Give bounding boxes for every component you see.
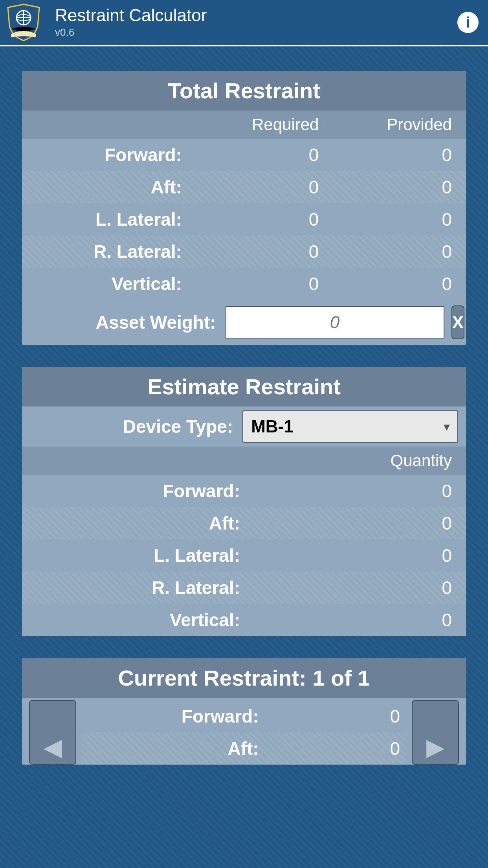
app-header: Restraint Calculator v0.6 i bbox=[0, 0, 488, 46]
total-column-headers: Required Provided bbox=[22, 110, 466, 139]
row-label: Vertical: bbox=[36, 609, 244, 631]
clear-icon: X bbox=[452, 313, 464, 332]
estimate-row-forward: Forward: 0 bbox=[22, 475, 466, 507]
row-label: L. Lateral: bbox=[36, 209, 186, 230]
estimate-row-vertical: Vertical: 0 bbox=[22, 604, 466, 636]
row-required: 0 bbox=[186, 273, 319, 294]
chevron-right-icon: ▶ bbox=[426, 733, 444, 761]
row-provided: 0 bbox=[319, 241, 452, 262]
row-provided: 0 bbox=[319, 273, 452, 294]
current-body: ◀ Forward: 0 Aft: 0 ▶ bbox=[22, 698, 466, 765]
row-label: Aft: bbox=[36, 177, 186, 198]
total-row-aft: Aft: 0 0 bbox=[22, 171, 466, 203]
col-header-required: Required bbox=[186, 115, 319, 134]
row-label: R. Lateral: bbox=[36, 241, 186, 262]
row-label: Aft: bbox=[36, 513, 244, 534]
estimate-restraint-title: Estimate Restraint bbox=[22, 367, 466, 406]
row-label: Aft: bbox=[88, 738, 263, 759]
row-required: 0 bbox=[186, 144, 319, 166]
app-title: Restraint Calculator bbox=[55, 7, 457, 24]
row-value: 0 bbox=[263, 706, 400, 727]
estimate-row-llateral: L. Lateral: 0 bbox=[22, 539, 466, 572]
quantity-header: Quantity bbox=[22, 447, 466, 475]
device-type-label: Device Type: bbox=[30, 416, 235, 437]
row-provided: 0 bbox=[319, 177, 452, 198]
estimate-row-aft: Aft: 0 bbox=[22, 507, 466, 539]
info-button[interactable]: i bbox=[457, 12, 479, 33]
current-restraint-title: Current Restraint: 1 of 1 bbox=[22, 658, 466, 698]
org-logo-icon bbox=[4, 3, 43, 42]
asset-weight-row: Asset Weight: X bbox=[22, 300, 466, 345]
row-provided: 0 bbox=[319, 209, 452, 230]
row-value: 0 bbox=[263, 738, 400, 759]
current-row-forward: Forward: 0 bbox=[81, 700, 407, 732]
row-label: Forward: bbox=[36, 480, 244, 502]
total-row-vertical: Vertical: 0 0 bbox=[22, 268, 466, 300]
current-row-aft: Aft: 0 bbox=[81, 732, 407, 765]
estimate-restraint-panel: Estimate Restraint Device Type: MB-1 ▾ Q… bbox=[22, 367, 466, 636]
total-row-llateral: L. Lateral: 0 0 bbox=[22, 203, 466, 235]
device-type-select[interactable]: MB-1 ▾ bbox=[242, 410, 458, 443]
total-row-rlateral: R. Lateral: 0 0 bbox=[22, 235, 466, 268]
row-value: 0 bbox=[244, 545, 452, 566]
total-restraint-panel: Total Restraint Required Provided Forwar… bbox=[22, 71, 466, 345]
info-icon: i bbox=[466, 14, 470, 31]
current-restraint-panel: Current Restraint: 1 of 1 ◀ Forward: 0 A… bbox=[22, 658, 466, 765]
row-value: 0 bbox=[244, 577, 452, 598]
prev-button[interactable]: ◀ bbox=[29, 700, 76, 765]
row-value: 0 bbox=[244, 513, 452, 534]
row-label: Forward: bbox=[88, 706, 263, 727]
device-type-value: MB-1 bbox=[251, 417, 294, 436]
row-value: 0 bbox=[244, 480, 452, 502]
chevron-down-icon: ▾ bbox=[444, 420, 449, 433]
asset-weight-label: Asset Weight: bbox=[30, 312, 218, 333]
header-titles: Restraint Calculator v0.6 bbox=[55, 7, 457, 39]
app-version: v0.6 bbox=[55, 26, 457, 39]
content-area: Total Restraint Required Provided Forwar… bbox=[0, 46, 488, 765]
asset-weight-input[interactable] bbox=[226, 306, 444, 338]
total-restraint-title: Total Restraint bbox=[22, 71, 466, 110]
row-label: R. Lateral: bbox=[36, 577, 244, 598]
device-type-row: Device Type: MB-1 ▾ bbox=[22, 406, 466, 447]
row-required: 0 bbox=[186, 241, 319, 262]
next-button[interactable]: ▶ bbox=[412, 700, 459, 765]
current-rows: Forward: 0 Aft: 0 bbox=[81, 700, 407, 765]
row-provided: 0 bbox=[319, 144, 452, 166]
row-required: 0 bbox=[186, 177, 319, 198]
chevron-left-icon: ◀ bbox=[44, 733, 62, 761]
total-row-forward: Forward: 0 0 bbox=[22, 139, 466, 171]
row-value: 0 bbox=[244, 609, 452, 631]
row-label: L. Lateral: bbox=[36, 545, 244, 566]
row-label: Vertical: bbox=[36, 273, 186, 294]
estimate-row-rlateral: R. Lateral: 0 bbox=[22, 572, 466, 604]
asset-weight-clear-button[interactable]: X bbox=[451, 305, 464, 339]
col-header-provided: Provided bbox=[319, 115, 452, 134]
row-label: Forward: bbox=[36, 144, 186, 166]
row-required: 0 bbox=[186, 209, 319, 230]
